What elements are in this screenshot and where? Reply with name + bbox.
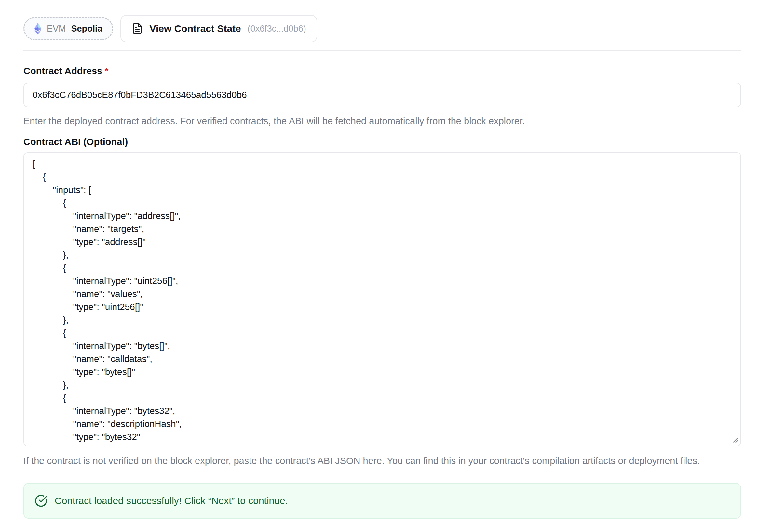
- contract-abi-label: Contract ABI (Optional): [23, 136, 741, 148]
- contract-abi-textarea-wrap: [ { "inputs": [ { "internalType": "addre…: [23, 152, 741, 447]
- view-contract-state-label: View Contract State: [150, 23, 241, 34]
- contract-address-input[interactable]: [23, 83, 741, 107]
- success-alert: Contract loaded successfully! Click “Nex…: [23, 483, 741, 519]
- contract-short-address: (0x6f3c...d0b6): [248, 24, 306, 34]
- circle-check-icon: [34, 494, 48, 507]
- divider: [23, 50, 741, 51]
- ethereum-icon: [34, 23, 42, 35]
- contract-address-hint: Enter the deployed contract address. For…: [23, 115, 741, 127]
- success-message: Contract loaded successfully! Click “Nex…: [55, 495, 288, 506]
- network-chain-type: EVM: [47, 24, 66, 34]
- view-contract-state-button[interactable]: View Contract State (0x6f3c...d0b6): [121, 15, 317, 42]
- contract-form-page: EVM Sepolia View Contract State (0x6f3c.…: [0, 0, 758, 519]
- contract-address-label: Contract Address*: [23, 65, 741, 77]
- network-badge[interactable]: EVM Sepolia: [23, 17, 113, 40]
- header-badges-row: EVM Sepolia View Contract State (0x6f3c.…: [23, 15, 741, 42]
- required-marker: *: [105, 66, 108, 76]
- contract-abi-hint: If the contract is not verified on the b…: [23, 455, 741, 467]
- file-text-icon: [131, 23, 143, 34]
- network-name: Sepolia: [71, 24, 102, 34]
- contract-abi-textarea[interactable]: [ { "inputs": [ { "internalType": "addre…: [23, 152, 741, 447]
